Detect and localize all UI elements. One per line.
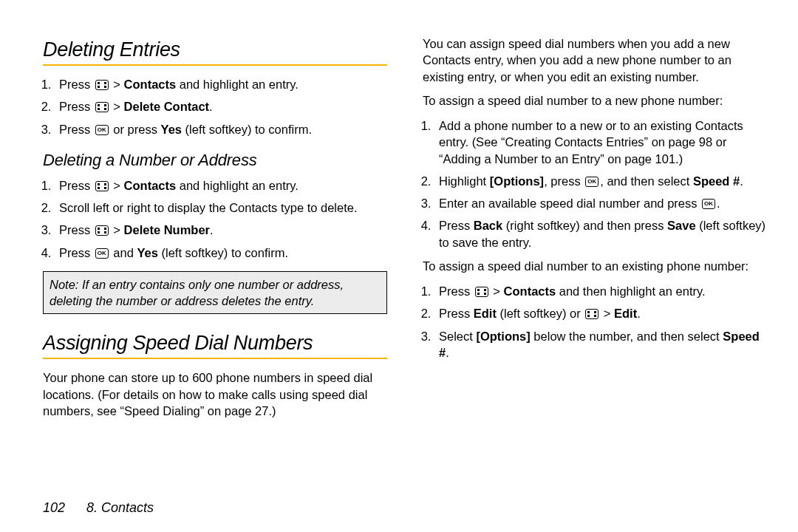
list-item: Press Back (right softkey) and then pres… <box>434 217 767 250</box>
existing-number-steps: Press > Contacts and then highlight an e… <box>423 283 767 361</box>
heading-deleting-entries: Deleting Entries <box>43 38 387 61</box>
list-item: Press > Delete Number. <box>55 222 387 238</box>
page-footer: 102 8. Contacts <box>43 500 154 516</box>
list-item: Enter an available speed dial number and… <box>434 195 767 211</box>
page-number: 102 <box>43 500 65 515</box>
list-item: Press > Contacts and highlight an entry. <box>55 76 387 92</box>
menu-key-icon <box>95 225 109 236</box>
chapter-label: 8. Contacts <box>86 500 154 515</box>
heading-speed-dial: Assigning Speed Dial Numbers <box>43 332 387 355</box>
list-item: Press Edit (left softkey) or > Edit. <box>434 305 767 321</box>
list-item: Add a phone number to a new or to an exi… <box>434 117 767 167</box>
procedure-lead-existing: To assign a speed dial number to an exis… <box>423 258 767 274</box>
list-item: Press > Contacts and then highlight an e… <box>434 283 767 299</box>
deleting-number-steps: Press > Contacts and highlight an entry.… <box>43 177 387 261</box>
list-item: Select [Options] below the number, and t… <box>434 328 767 361</box>
speed-dial-intro: Your phone can store up to 600 phone num… <box>43 369 387 419</box>
deleting-entries-steps: Press > Contacts and highlight an entry.… <box>43 76 387 137</box>
rule <box>43 358 387 359</box>
right-column: You can assign speed dial numbers when y… <box>423 35 767 532</box>
list-item: Press and Yes (left softkey) to confirm. <box>55 245 387 261</box>
speed-dial-description: You can assign speed dial numbers when y… <box>423 35 767 85</box>
manual-page: Deleting Entries Press > Contacts and hi… <box>0 0 798 532</box>
menu-key-icon <box>95 181 109 191</box>
menu-key-icon <box>475 287 488 297</box>
ok-key-icon <box>95 125 109 135</box>
ok-key-icon <box>702 199 715 209</box>
note-body: If an entry contains only one number or … <box>50 278 344 307</box>
menu-key-icon <box>585 309 598 319</box>
ok-key-icon <box>585 177 598 187</box>
note-label: Note: <box>50 278 78 291</box>
columns: Deleting Entries Press > Contacts and hi… <box>43 35 767 532</box>
list-item: Press > Delete Contact. <box>55 98 387 115</box>
list-item: Press > Contacts and highlight an entry. <box>55 177 387 194</box>
menu-key-icon <box>95 102 109 112</box>
rule <box>43 64 387 66</box>
list-item: Highlight [Options], press , and then se… <box>434 173 767 189</box>
list-item: Press or press Yes (left softkey) to con… <box>55 121 387 137</box>
procedure-lead-new: To assign a speed dial number to a new p… <box>423 92 767 109</box>
new-number-steps: Add a phone number to a new or to an exi… <box>423 117 767 250</box>
heading-deleting-number: Deleting a Number or Address <box>43 151 387 170</box>
left-column: Deleting Entries Press > Contacts and hi… <box>43 35 387 532</box>
menu-key-icon <box>95 80 109 90</box>
ok-key-icon <box>95 248 109 259</box>
list-item: Scroll left or right to display the Cont… <box>55 200 387 216</box>
note-box: Note: If an entry contains only one numb… <box>43 271 387 315</box>
